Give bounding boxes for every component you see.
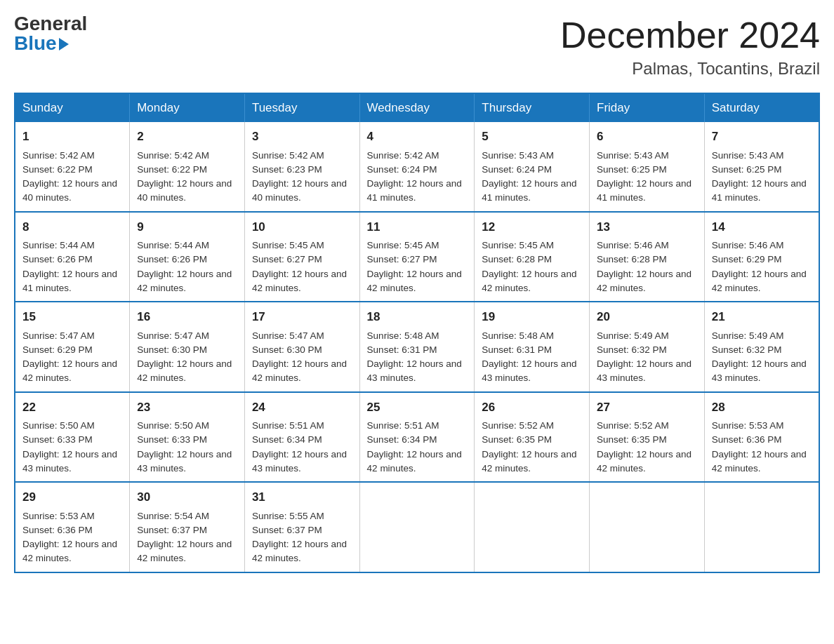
sunrise-text: Sunrise: 5:49 AM (597, 330, 669, 341)
page-header: General Blue December 2024 Palmas, Tocan… (14, 14, 820, 79)
day-number: 30 (137, 488, 237, 507)
sunset-text: Sunset: 6:29 PM (22, 344, 93, 355)
day-number: 17 (252, 308, 352, 326)
day-number: 15 (22, 308, 122, 326)
calendar-week-row: 15Sunrise: 5:47 AMSunset: 6:29 PMDayligh… (15, 302, 819, 392)
sunset-text: Sunset: 6:24 PM (482, 164, 552, 175)
calendar-cell (359, 482, 475, 572)
daylight-text: Daylight: 12 hours and 42 minutes. (597, 449, 691, 474)
sunset-text: Sunset: 6:27 PM (367, 254, 437, 264)
sunrise-text: Sunrise: 5:49 AM (712, 330, 784, 341)
daylight-text: Daylight: 12 hours and 41 minutes. (712, 178, 807, 203)
calendar-cell: 9Sunrise: 5:44 AMSunset: 6:26 PMDaylight… (130, 212, 245, 302)
sunrise-text: Sunrise: 5:44 AM (22, 240, 95, 250)
calendar-cell: 16Sunrise: 5:47 AMSunset: 6:30 PMDayligh… (130, 302, 245, 392)
sunset-text: Sunset: 6:33 PM (137, 434, 207, 445)
sunset-text: Sunset: 6:24 PM (367, 164, 437, 175)
sunrise-text: Sunrise: 5:45 AM (482, 240, 554, 250)
weekday-header-wednesday: Wednesday (359, 93, 475, 122)
day-number: 16 (137, 308, 237, 326)
day-number: 11 (367, 218, 468, 236)
daylight-text: Daylight: 12 hours and 42 minutes. (137, 358, 232, 383)
calendar-cell: 4Sunrise: 5:42 AMSunset: 6:24 PMDaylight… (359, 122, 475, 212)
sunset-text: Sunset: 6:31 PM (367, 344, 437, 355)
daylight-text: Daylight: 12 hours and 43 minutes. (367, 358, 462, 383)
sunrise-text: Sunrise: 5:55 AM (252, 511, 324, 521)
sunset-text: Sunset: 6:32 PM (712, 344, 782, 355)
day-number: 23 (137, 398, 237, 417)
weekday-header-sunday: Sunday (15, 93, 130, 122)
calendar-table: SundayMondayTuesdayWednesdayThursdayFrid… (14, 93, 820, 573)
sunset-text: Sunset: 6:28 PM (482, 254, 552, 264)
day-number: 26 (482, 398, 582, 417)
sunset-text: Sunset: 6:27 PM (252, 254, 322, 264)
daylight-text: Daylight: 12 hours and 42 minutes. (252, 358, 347, 383)
calendar-cell: 2Sunrise: 5:42 AMSunset: 6:22 PMDaylight… (130, 122, 245, 212)
sunset-text: Sunset: 6:22 PM (22, 164, 93, 175)
daylight-text: Daylight: 12 hours and 42 minutes. (22, 539, 117, 563)
weekday-header-thursday: Thursday (475, 93, 590, 122)
sunset-text: Sunset: 6:30 PM (137, 344, 207, 355)
day-number: 28 (712, 398, 812, 417)
sunset-text: Sunset: 6:25 PM (597, 164, 667, 175)
sunrise-text: Sunrise: 5:51 AM (252, 420, 324, 431)
sunrise-text: Sunrise: 5:42 AM (22, 150, 95, 161)
calendar-cell: 3Sunrise: 5:42 AMSunset: 6:23 PMDaylight… (244, 122, 359, 212)
sunset-text: Sunset: 6:26 PM (22, 254, 93, 264)
daylight-text: Daylight: 12 hours and 42 minutes. (367, 449, 462, 474)
daylight-text: Daylight: 12 hours and 43 minutes. (597, 358, 691, 383)
calendar-cell: 23Sunrise: 5:50 AMSunset: 6:33 PMDayligh… (130, 392, 245, 483)
logo-general-text: General (14, 14, 87, 34)
logo-arrow-icon (59, 38, 69, 51)
daylight-text: Daylight: 12 hours and 40 minutes. (252, 178, 347, 203)
calendar-cell: 26Sunrise: 5:52 AMSunset: 6:35 PMDayligh… (475, 392, 590, 483)
logo: General Blue (14, 14, 87, 53)
day-number: 7 (712, 128, 812, 146)
day-number: 1 (22, 128, 122, 146)
day-number: 18 (367, 308, 468, 326)
daylight-text: Daylight: 12 hours and 42 minutes. (252, 539, 347, 563)
sunset-text: Sunset: 6:26 PM (137, 254, 207, 264)
sunrise-text: Sunrise: 5:54 AM (137, 511, 209, 521)
calendar-cell: 31Sunrise: 5:55 AMSunset: 6:37 PMDayligh… (244, 482, 359, 572)
sunset-text: Sunset: 6:28 PM (597, 254, 667, 264)
daylight-text: Daylight: 12 hours and 42 minutes. (137, 269, 232, 293)
calendar-cell: 27Sunrise: 5:52 AMSunset: 6:35 PMDayligh… (590, 392, 705, 483)
weekday-header-monday: Monday (130, 93, 245, 122)
day-number: 9 (137, 218, 237, 236)
sunrise-text: Sunrise: 5:43 AM (712, 150, 784, 161)
day-number: 3 (252, 128, 352, 146)
calendar-cell: 24Sunrise: 5:51 AMSunset: 6:34 PMDayligh… (244, 392, 359, 483)
calendar-cell: 13Sunrise: 5:46 AMSunset: 6:28 PMDayligh… (590, 212, 705, 302)
calendar-cell: 28Sunrise: 5:53 AMSunset: 6:36 PMDayligh… (704, 392, 819, 483)
sunrise-text: Sunrise: 5:50 AM (137, 420, 209, 431)
daylight-text: Daylight: 12 hours and 43 minutes. (712, 358, 807, 383)
sunset-text: Sunset: 6:34 PM (367, 434, 437, 445)
sunrise-text: Sunrise: 5:46 AM (712, 240, 784, 250)
calendar-cell: 1Sunrise: 5:42 AMSunset: 6:22 PMDaylight… (15, 122, 130, 212)
day-number: 12 (482, 218, 582, 236)
sunrise-text: Sunrise: 5:44 AM (137, 240, 209, 250)
sunset-text: Sunset: 6:29 PM (712, 254, 782, 264)
sunrise-text: Sunrise: 5:48 AM (367, 330, 439, 341)
daylight-text: Daylight: 12 hours and 43 minutes. (22, 449, 117, 474)
daylight-text: Daylight: 12 hours and 41 minutes. (22, 269, 117, 293)
sunset-text: Sunset: 6:36 PM (22, 525, 93, 535)
calendar-cell: 6Sunrise: 5:43 AMSunset: 6:25 PMDaylight… (590, 122, 705, 212)
sunset-text: Sunset: 6:23 PM (252, 164, 322, 175)
sunrise-text: Sunrise: 5:47 AM (22, 330, 95, 341)
calendar-cell: 25Sunrise: 5:51 AMSunset: 6:34 PMDayligh… (359, 392, 475, 483)
calendar-week-row: 1Sunrise: 5:42 AMSunset: 6:22 PMDaylight… (15, 122, 819, 212)
sunset-text: Sunset: 6:36 PM (712, 434, 782, 445)
calendar-cell: 8Sunrise: 5:44 AMSunset: 6:26 PMDaylight… (15, 212, 130, 302)
month-title: December 2024 (560, 14, 820, 56)
calendar-cell: 10Sunrise: 5:45 AMSunset: 6:27 PMDayligh… (244, 212, 359, 302)
daylight-text: Daylight: 12 hours and 43 minutes. (482, 358, 576, 383)
title-block: December 2024 Palmas, Tocantins, Brazil (560, 14, 820, 79)
weekday-header-tuesday: Tuesday (244, 93, 359, 122)
day-number: 14 (712, 218, 812, 236)
logo-blue-text: Blue (14, 34, 69, 53)
calendar-cell: 15Sunrise: 5:47 AMSunset: 6:29 PMDayligh… (15, 302, 130, 392)
sunset-text: Sunset: 6:35 PM (482, 434, 552, 445)
sunrise-text: Sunrise: 5:47 AM (137, 330, 209, 341)
